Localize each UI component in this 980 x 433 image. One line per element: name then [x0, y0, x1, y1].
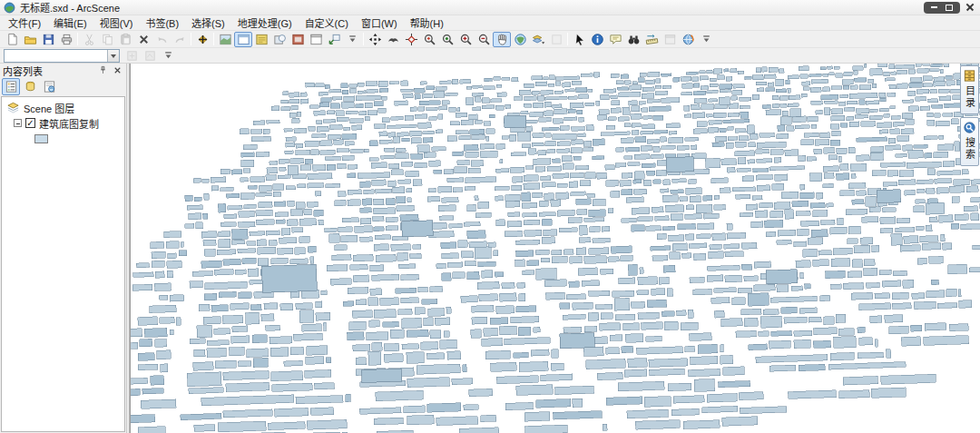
measure-icon: [645, 33, 659, 46]
side-tab-search[interactable]: 搜索: [960, 117, 979, 166]
window-red-button[interactable]: [289, 32, 307, 47]
menu-file[interactable]: 文件(F): [2, 15, 47, 32]
zoom-in-icon: [459, 33, 473, 46]
menu-help[interactable]: 帮助(H): [404, 15, 450, 32]
viewer-disabled-icon: [663, 33, 677, 46]
undo-button: [152, 32, 171, 47]
list-by-drawing-order-button[interactable]: [2, 78, 20, 95]
toc-close-button[interactable]: [112, 64, 123, 76]
redo-icon: [173, 33, 187, 46]
print-button[interactable]: [57, 32, 75, 47]
toolbar-overflow-button[interactable]: [343, 32, 361, 47]
window-frame-button[interactable]: [307, 32, 325, 47]
new-document-button[interactable]: [3, 32, 21, 47]
identify-info-button[interactable]: [588, 32, 606, 47]
navigate-button[interactable]: [366, 32, 384, 47]
scene-layers-label[interactable]: Scene 图层: [24, 101, 74, 115]
list-by-visibility-button[interactable]: [40, 78, 58, 95]
toolbar-separator: [191, 33, 191, 45]
html-popup-button[interactable]: [606, 32, 624, 47]
cut-button: [80, 32, 98, 47]
toolbar-separator: [567, 33, 568, 45]
scene-3d-view[interactable]: [131, 64, 980, 433]
set-observer-button[interactable]: [438, 32, 456, 47]
collapse-expander[interactable]: [14, 119, 22, 127]
menu-windows[interactable]: 窗口(W): [355, 15, 404, 32]
save-button[interactable]: [39, 32, 57, 47]
scene-thumbnail-button[interactable]: [216, 32, 234, 47]
scene-viewport[interactable]: 目录搜索: [130, 64, 980, 433]
save-icon: [42, 33, 55, 46]
tree-node-layer[interactable]: 建筑底图复制: [2, 115, 124, 131]
open-folder-button[interactable]: [21, 32, 39, 47]
paste-icon: [119, 33, 132, 46]
catalog-icon: [963, 69, 976, 83]
find-binoculars-button[interactable]: [624, 32, 642, 47]
full-extent-icon: [514, 33, 527, 46]
chevron-down-icon[interactable]: [107, 50, 119, 62]
select-arrow-icon: [573, 33, 586, 46]
toolbar-separator: [363, 33, 364, 45]
title-bar: 无标题.sxd - ArcScene: [0, 0, 980, 15]
viewer-window-button[interactable]: [234, 32, 252, 47]
window-overlap-button[interactable]: [270, 32, 289, 47]
menu-geoprocessing[interactable]: 地理处理(G): [231, 15, 299, 32]
side-tab-label: 目录: [963, 85, 977, 109]
center-on-target-button[interactable]: [402, 32, 420, 47]
add-data-button[interactable]: [193, 32, 211, 47]
redo-button: [171, 32, 189, 47]
toolbar-separator: [77, 33, 78, 45]
window-title: 无标题.sxd - ArcScene: [20, 0, 120, 15]
layer-symbol-swatch[interactable]: [34, 134, 48, 143]
toolbar-overflow-button[interactable]: [697, 32, 715, 47]
layer-name-label[interactable]: 建筑底图复制: [39, 116, 99, 131]
measure-button[interactable]: [642, 32, 661, 47]
menu-customize[interactable]: 自定义(C): [299, 15, 355, 32]
animation-globe-button[interactable]: [679, 32, 697, 47]
menu-selection[interactable]: 选择(S): [185, 15, 231, 32]
maximize-button[interactable]: [946, 5, 953, 11]
set-observer-icon: [441, 33, 455, 46]
toolbar-overflow-button[interactable]: [159, 48, 177, 64]
full-extent-button[interactable]: [511, 32, 529, 47]
tree-node-scene-layers[interactable]: Scene 图层: [2, 100, 124, 115]
side-tab-strip: 目录搜索: [960, 65, 979, 166]
grayed-tool-2-button: [141, 48, 159, 64]
launch-viewer-button[interactable]: [325, 32, 343, 47]
side-tab-label: 搜索: [963, 137, 977, 161]
open-folder-icon: [24, 33, 37, 46]
layer-visibility-checkbox[interactable]: [25, 118, 35, 128]
toolbar-separator: [213, 33, 214, 45]
menu-view[interactable]: 视图(V): [93, 15, 140, 32]
window-yellow-button[interactable]: [252, 32, 270, 47]
list-by-source-button[interactable]: [21, 78, 39, 95]
fly-button[interactable]: [384, 32, 402, 47]
menu-bookmarks[interactable]: 书签(B): [139, 15, 185, 32]
select-arrow-button[interactable]: [570, 32, 588, 47]
paste-button: [116, 32, 134, 47]
zoom-layer-dropdown-button[interactable]: [529, 32, 547, 47]
window-red-icon: [291, 33, 305, 46]
pin-button[interactable]: [97, 64, 109, 76]
zoom-layer-dropdown-icon: [532, 33, 545, 46]
undo-icon: [155, 33, 169, 46]
copy-button: [98, 32, 116, 47]
toc-tree: Scene 图层 建筑底图复制: [1, 96, 125, 432]
toc-header: 内容列表: [0, 64, 126, 77]
minimize-button[interactable]: [931, 6, 937, 8]
delete-x-button[interactable]: [134, 32, 152, 47]
zoom-out-button[interactable]: [475, 32, 493, 47]
layer-combo[interactable]: [4, 49, 120, 63]
side-tab-catalog[interactable]: 目录: [960, 65, 979, 114]
zoom-to-target-button[interactable]: [420, 32, 438, 47]
zoom-in-button[interactable]: [456, 32, 475, 47]
toolbar-overflow-icon: [346, 33, 359, 46]
list-by-visibility-icon: [43, 80, 56, 93]
identify-info-icon: [591, 33, 604, 46]
close-button[interactable]: [965, 3, 975, 12]
pan-button[interactable]: [493, 32, 511, 47]
scene-thumbnail-icon: [219, 33, 232, 46]
menu-edit[interactable]: 编辑(E): [47, 15, 93, 32]
building-footprints: [131, 64, 980, 433]
arcscene-globe-icon: [4, 2, 15, 14]
